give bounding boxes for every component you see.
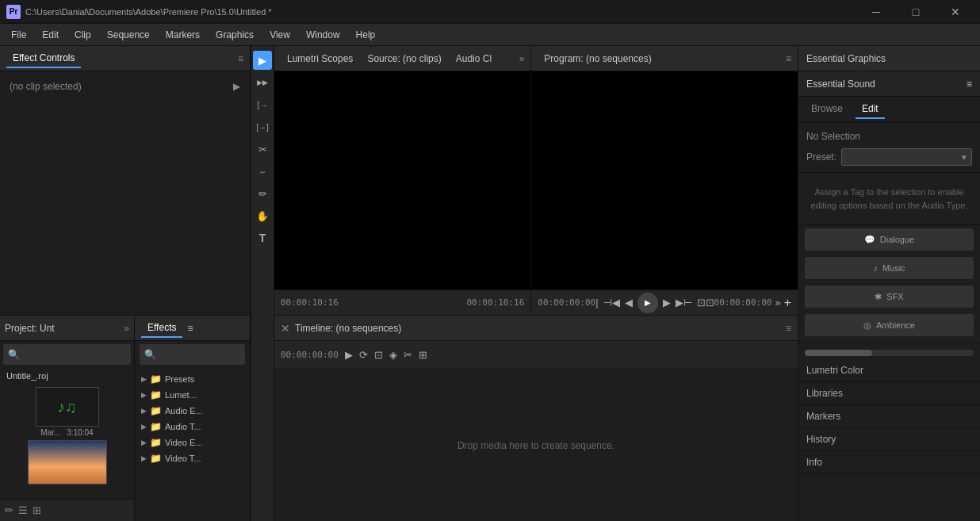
project-header: Project: Unt » (0, 316, 134, 341)
tree-lumetri[interactable]: ▶ 📁 Lumet... (140, 387, 245, 403)
step-fwd-btn[interactable]: ▶ (663, 297, 671, 308)
effects-menu-icon[interactable]: ≡ (187, 323, 193, 334)
essential-sound-title: Essential Sound (806, 79, 875, 90)
effect-controls-menu-icon[interactable]: ≡ (238, 53, 243, 64)
go-in-point-btn[interactable]: ⊣◀ (603, 297, 620, 308)
menu-clip[interactable]: Clip (67, 26, 99, 44)
tab-effects[interactable]: Effects (141, 319, 182, 338)
timeline-snap-btn[interactable]: ⊡ (374, 349, 383, 361)
right-panel-title: Essential Graphics (798, 46, 980, 71)
thumb-duration: 3:10:04 (67, 428, 93, 437)
no-clip-label: (no clip selected) ▶ (6, 78, 243, 95)
folder-icon-video-trans: 📁 (150, 453, 162, 464)
history-item[interactable]: History (798, 428, 980, 451)
markers-item[interactable]: Markers (798, 405, 980, 428)
menu-file[interactable]: File (3, 26, 34, 44)
right-panel: Essential Graphics Essential Sound ≡ Bro… (798, 46, 980, 521)
add-marker-btn[interactable]: | (595, 297, 598, 308)
go-out-point-btn[interactable]: ▶⊢ (676, 297, 692, 308)
menu-help[interactable]: Help (348, 26, 384, 44)
rolling-edit-tool[interactable]: [→] (253, 117, 272, 136)
libraries-item[interactable]: Libraries (798, 382, 980, 405)
tree-label-video-fx: Video E... (165, 438, 203, 447)
tab-browse[interactable]: Browse (805, 100, 849, 119)
list-view-icon[interactable]: ☰ (18, 504, 28, 516)
play-button[interactable]: ▶ (637, 293, 658, 313)
timeline-waveform-btn[interactable]: ✂ (404, 349, 412, 361)
selection-tool[interactable]: ▶ (253, 51, 272, 70)
left-panel: Effect Controls ≡ (no clip selected) ▶ P… (0, 46, 251, 521)
program-more-btn[interactable]: » (775, 297, 780, 308)
tree-label-lumetri: Lumet... (165, 390, 197, 400)
video-thumbnail (28, 440, 107, 485)
folder-icon-lumetri: 📁 (150, 389, 162, 400)
effect-controls-panel: Effect Controls ≡ (no clip selected) ▶ (0, 46, 250, 316)
ambience-btn[interactable]: ◎ Ambience (805, 314, 974, 336)
title-bar: Pr C:\Users\Danial\Documents\Adobe\Premi… (0, 0, 980, 24)
essential-sound-menu-icon[interactable]: ≡ (967, 79, 972, 90)
tab-edit[interactable]: Edit (856, 100, 885, 119)
lumetri-color-item[interactable]: Lumetri Color (798, 359, 980, 382)
timeline-close-btn[interactable]: ✕ (281, 322, 290, 335)
type-tool[interactable]: T (253, 228, 272, 247)
music-btn[interactable]: ♪ Music (805, 257, 974, 279)
source-monitor-more-icon[interactable]: » (519, 53, 525, 64)
timeline-arrow-btn[interactable]: ▶ (345, 349, 353, 361)
hand-tool[interactable]: ✋ (253, 206, 272, 225)
track-select-tool[interactable]: ▶▶ (253, 73, 272, 92)
timeline-caption-btn[interactable]: ⊞ (419, 349, 427, 361)
project-file-item[interactable]: Untitle_.roj (0, 368, 134, 384)
effects-search-input[interactable] (159, 350, 240, 359)
menu-markers[interactable]: Markers (158, 26, 208, 44)
folder-icon-video-fx: 📁 (150, 437, 162, 448)
window-controls[interactable]: ─ □ ✕ (858, 0, 974, 24)
add-button[interactable]: + (784, 296, 791, 310)
maximize-button[interactable]: □ (898, 0, 934, 24)
lift-extract-btn[interactable]: ⊡⊡ (697, 297, 714, 308)
minimize-button[interactable]: ─ (858, 0, 894, 24)
folder-icon-audio-trans: 📁 (150, 421, 162, 432)
menu-sequence[interactable]: Sequence (99, 26, 158, 44)
timeline-ripple-btn[interactable]: ⟳ (359, 349, 368, 361)
close-button[interactable]: ✕ (937, 0, 974, 24)
tree-audio-transitions[interactable]: ▶ 📁 Audio T... (140, 419, 245, 435)
tree-video-transitions[interactable]: ▶ 📁 Video T... (140, 450, 245, 466)
tab-effect-controls[interactable]: Effect Controls (6, 49, 81, 68)
project-expand-icon[interactable]: » (124, 323, 129, 334)
tree-video-effects[interactable]: ▶ 📁 Video E... (140, 435, 245, 450)
thumb-item-video (3, 440, 131, 485)
step-back-btn[interactable]: ◀ (625, 297, 633, 308)
expand-icon[interactable]: ▶ (233, 81, 240, 92)
icon-view-icon[interactable]: ⊞ (33, 504, 41, 516)
tree-audio-effects[interactable]: ▶ 📁 Audio E... (140, 403, 245, 419)
preset-dropdown[interactable]: ▾ (841, 148, 972, 166)
menu-window[interactable]: Window (298, 26, 348, 44)
slip-tool[interactable]: ↔ (253, 162, 272, 181)
timeline-linked-btn[interactable]: ◈ (389, 349, 397, 361)
program-monitor-screen (531, 71, 798, 289)
program-monitor-menu-icon[interactable]: ≡ (786, 53, 791, 64)
menu-edit[interactable]: Edit (34, 26, 67, 44)
effect-controls-header: Effect Controls ≡ (0, 46, 250, 71)
effects-panel: Effects ≡ 🔍 ▶ 📁 Presets ▶ 📁 (135, 316, 250, 521)
sfx-btn[interactable]: ✱ SFX (805, 285, 974, 308)
timeline-menu-icon[interactable]: ≡ (786, 323, 791, 334)
project-search-input[interactable] (23, 350, 126, 359)
project-search-bar[interactable]: 🔍 (3, 344, 131, 365)
info-item[interactable]: Info (798, 451, 980, 474)
razor-tool[interactable]: ✂ (253, 140, 272, 159)
scrollbar[interactable] (805, 350, 974, 356)
menu-graphics[interactable]: Graphics (208, 26, 262, 44)
tree-presets[interactable]: ▶ 📁 Presets (140, 371, 245, 387)
effects-search-bar[interactable]: 🔍 (140, 344, 245, 365)
ripple-edit-tool[interactable]: [→ (253, 95, 272, 114)
tab-audio-cl[interactable]: Audio Cl (450, 50, 498, 67)
new-bin-icon[interactable]: ✏ (5, 504, 13, 516)
dialogue-btn[interactable]: 💬 Dialogue (805, 228, 974, 251)
tab-program-no-sequences[interactable]: Program: (no sequences) (538, 50, 657, 67)
tab-lumetri-scopes[interactable]: Lumetri Scopes (281, 50, 359, 67)
menu-view[interactable]: View (262, 26, 298, 44)
pen-tool[interactable]: ✏ (253, 184, 272, 203)
tool-panel: ▶ ▶▶ [→ [→] ✂ ↔ ✏ ✋ T (251, 46, 274, 521)
tab-source-no-clips[interactable]: Source: (no clips) (361, 50, 447, 67)
